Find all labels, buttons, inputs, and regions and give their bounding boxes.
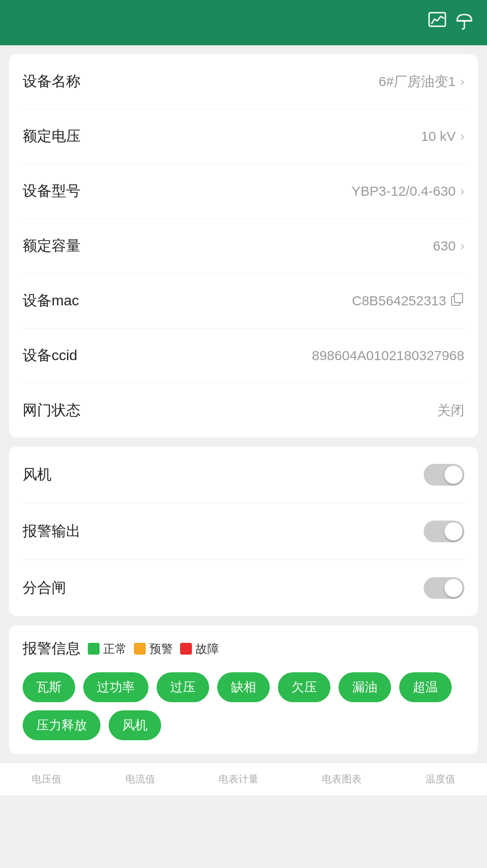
- toggle-switch[interactable]: [424, 521, 464, 542]
- bottom-tabs: 电压值电流值电表计量电表图表温度值: [0, 763, 487, 795]
- toggle-switch[interactable]: [424, 464, 464, 486]
- svg-rect-4: [454, 294, 463, 303]
- info-value-text: 10 kV: [421, 129, 456, 144]
- alarm-tags: 瓦斯过功率过压缺相欠压漏油超温压力释放风机: [23, 668, 464, 754]
- alarm-tag[interactable]: 风机: [109, 710, 161, 740]
- bottom-tab-label: 电压值: [32, 772, 62, 786]
- info-value-text: YBP3-12/0.4-630: [352, 183, 456, 199]
- toggle-label: 分合闸: [23, 578, 66, 598]
- info-label: 设备型号: [23, 181, 81, 201]
- chevron-right-icon: ›: [460, 129, 464, 144]
- info-row[interactable]: 设备型号YBP3-12/0.4-630›: [23, 164, 464, 219]
- toggle-thumb: [444, 579, 463, 597]
- info-label: 额定电压: [23, 126, 81, 146]
- bottom-tab-label: 电表图表: [322, 772, 362, 786]
- header-actions: [428, 12, 473, 34]
- alarm-tag[interactable]: 压力释放: [23, 710, 100, 740]
- info-row: 设备macC8B564252313: [23, 274, 464, 328]
- alarm-tag[interactable]: 漏油: [339, 672, 391, 702]
- legend-dot-orange: [134, 643, 146, 655]
- toggle-row: 报警输出: [23, 503, 464, 560]
- alarm-tag[interactable]: 过功率: [83, 672, 148, 702]
- legend-dot-green: [88, 643, 100, 655]
- bottom-tab-label: 电流值: [125, 772, 155, 786]
- toggle-thumb: [444, 522, 463, 540]
- info-value-text: 关闭: [437, 401, 464, 420]
- device-info-card: 设备名称6#厂房油变1›额定电压10 kV›设备型号YBP3-12/0.4-63…: [9, 54, 478, 438]
- info-row: 设备ccid898604A0102180327968: [23, 328, 464, 383]
- info-value: 关闭: [437, 401, 464, 420]
- info-value: YBP3-12/0.4-630›: [352, 183, 464, 199]
- toggle-row: 风机: [23, 447, 464, 503]
- info-value: 6#厂房油变1›: [379, 72, 464, 91]
- alarm-tag[interactable]: 超温: [399, 672, 452, 702]
- bottom-tab-item[interactable]: 电表计量: [219, 772, 258, 786]
- toggle-label: 报警输出: [23, 521, 81, 541]
- alarm-tag[interactable]: 欠压: [278, 672, 330, 702]
- info-value-text: C8B564252313: [352, 293, 446, 309]
- alarm-card: 报警信息正常预警故障瓦斯过功率过压缺相欠压漏油超温压力释放风机: [9, 625, 478, 754]
- alarm-tag[interactable]: 瓦斯: [23, 672, 75, 702]
- bottom-tab-label: 电表计量: [219, 772, 258, 786]
- legend-label: 故障: [196, 641, 219, 657]
- info-value: 630›: [433, 238, 464, 254]
- info-value-text: 6#厂房油变1: [379, 72, 456, 91]
- alarm-header: 报警信息正常预警故障: [23, 625, 464, 668]
- chevron-right-icon: ›: [460, 184, 464, 198]
- info-value: 10 kV›: [421, 129, 464, 144]
- legend-dot-red: [180, 643, 192, 655]
- legend-item: 预警: [134, 641, 173, 657]
- toggle-row: 分合闸: [23, 560, 464, 616]
- chevron-right-icon: ›: [460, 239, 464, 253]
- alarm-tag[interactable]: 缺相: [217, 672, 270, 702]
- chevron-right-icon: ›: [460, 74, 464, 89]
- info-value: 898604A0102180327968: [312, 348, 464, 363]
- legend-item: 故障: [180, 641, 219, 657]
- info-label: 设备ccid: [23, 346, 77, 366]
- info-row: 网门状态关闭: [23, 383, 464, 438]
- info-label: 额定容量: [23, 236, 81, 256]
- back-button[interactable]: [14, 18, 23, 27]
- copy-icon[interactable]: [451, 293, 464, 309]
- app-header: [0, 0, 487, 45]
- alarm-title: 报警信息: [23, 639, 81, 659]
- chart-icon[interactable]: [428, 12, 446, 34]
- bottom-tab-item[interactable]: 电流值: [125, 772, 155, 786]
- info-value-text: 898604A0102180327968: [312, 348, 464, 363]
- toggle-switch[interactable]: [424, 577, 464, 599]
- legend-label: 正常: [103, 641, 127, 657]
- legend-item: 正常: [88, 641, 127, 657]
- toggle-thumb: [444, 466, 463, 484]
- alarm-tag[interactable]: 过压: [157, 672, 209, 702]
- info-label: 网门状态: [23, 400, 81, 420]
- bottom-tab-item[interactable]: 电压值: [32, 772, 62, 786]
- info-value-text: 630: [433, 238, 456, 254]
- info-row[interactable]: 额定容量630›: [23, 219, 464, 274]
- legend-label: 预警: [149, 641, 173, 657]
- info-value: C8B564252313: [352, 293, 464, 309]
- info-row[interactable]: 额定电压10 kV›: [23, 109, 464, 164]
- info-label: 设备mac: [23, 291, 79, 311]
- info-row[interactable]: 设备名称6#厂房油变1›: [23, 54, 464, 109]
- umbrella-icon[interactable]: [455, 12, 473, 34]
- bottom-tab-item[interactable]: 温度值: [425, 772, 455, 786]
- svg-rect-0: [429, 13, 445, 26]
- info-label: 设备名称: [23, 72, 81, 92]
- bottom-tab-label: 温度值: [425, 772, 455, 786]
- toggles-card: 风机报警输出分合闸: [9, 447, 478, 616]
- toggle-label: 风机: [23, 465, 52, 485]
- bottom-tab-item[interactable]: 电表图表: [322, 772, 362, 786]
